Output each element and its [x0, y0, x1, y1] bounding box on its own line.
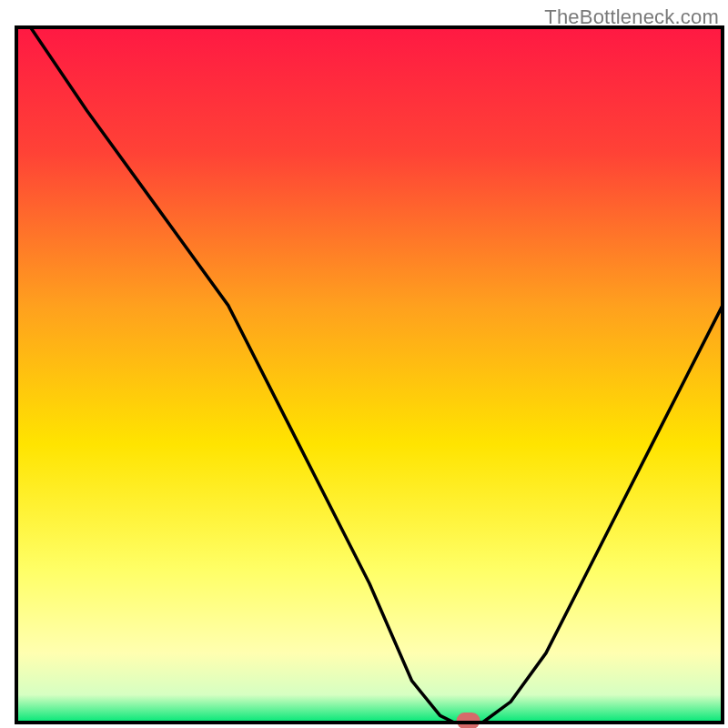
watermark-text: TheBottleneck.com [544, 5, 719, 29]
bottleneck-chart: TheBottleneck.com [0, 0, 728, 728]
chart-background [16, 27, 723, 723]
optimal-marker [457, 713, 480, 728]
chart-svg [0, 0, 728, 728]
